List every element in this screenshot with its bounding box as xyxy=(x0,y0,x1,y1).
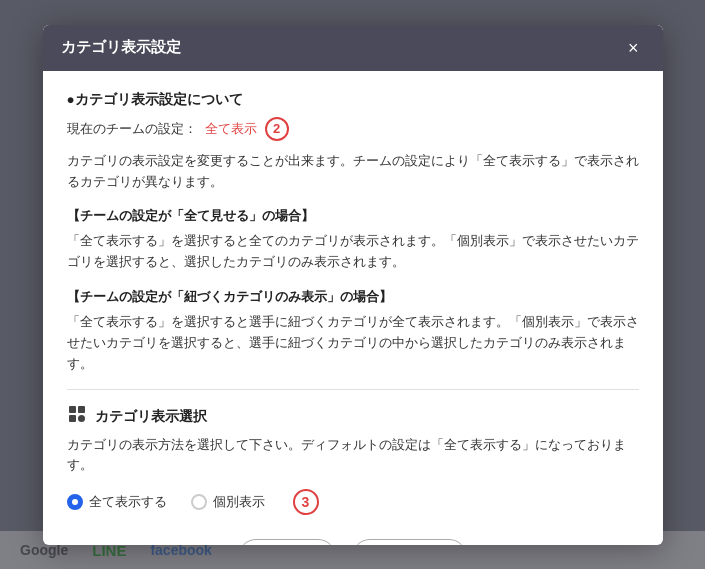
subsection1-title: 【チームの設定が「全て見せる」の場合】 xyxy=(67,207,639,225)
radio-individual-circle xyxy=(191,494,207,510)
modal-title: カテゴリ表示設定 xyxy=(61,38,181,57)
modal-footer: × 閉じる ✓ 設定する xyxy=(67,535,639,544)
svg-rect-0 xyxy=(69,406,76,413)
subsection2-title: 【チームの設定が「紐づくカテゴリのみ表示」の場合】 xyxy=(67,288,639,306)
section-title: ●カテゴリ表示設定について xyxy=(67,91,639,109)
current-setting-row: 現在のチームの設定： 全て表示 2 xyxy=(67,117,639,141)
subsection1-desc: 「全て表示する」を選択すると全てのカテゴリが表示されます。「個別表示」で表示させ… xyxy=(67,231,639,274)
current-setting-link[interactable]: 全て表示 xyxy=(205,120,257,138)
current-setting-label: 現在のチームの設定： xyxy=(67,120,197,138)
modal-header: カテゴリ表示設定 × xyxy=(43,25,663,71)
svg-point-3 xyxy=(78,415,85,422)
modal-overlay: カテゴリ表示設定 × ●カテゴリ表示設定について 現在のチームの設定： 全て表示… xyxy=(0,0,705,569)
subsection2-desc: 「全て表示する」を選択すると選手に紐づくカテゴリが全て表示されます。「個別表示」… xyxy=(67,312,639,376)
close-button[interactable]: × 閉じる xyxy=(238,539,337,544)
modal-dialog: カテゴリ表示設定 × ●カテゴリ表示設定について 現在のチームの設定： 全て表示… xyxy=(43,25,663,545)
radio-individual-option[interactable]: 個別表示 xyxy=(191,493,265,511)
category-select-desc: カテゴリの表示方法を選択して下さい。ディフォルトの設定は「全て表示する」になって… xyxy=(67,435,639,475)
svg-rect-2 xyxy=(69,415,76,422)
category-select-header: カテゴリ表示選択 xyxy=(67,404,639,429)
svg-rect-1 xyxy=(78,406,85,413)
description-text: カテゴリの表示設定を変更することが出来ます。チームの設定により「全て表示する」で… xyxy=(67,151,639,194)
badge-2: 2 xyxy=(265,117,289,141)
radio-all-circle xyxy=(67,494,83,510)
radio-individual-label: 個別表示 xyxy=(213,493,265,511)
modal-body: ●カテゴリ表示設定について 現在のチームの設定： 全て表示 2 カテゴリの表示設… xyxy=(43,71,663,545)
save-button[interactable]: ✓ 設定する xyxy=(352,539,467,544)
radio-all-label: 全て表示する xyxy=(89,493,167,511)
category-select-title: カテゴリ表示選択 xyxy=(95,408,207,426)
radio-all-option[interactable]: 全て表示する xyxy=(67,493,167,511)
badge-3: 3 xyxy=(293,489,319,515)
divider xyxy=(67,389,639,390)
radio-row: 全て表示する 個別表示 3 xyxy=(67,489,639,515)
modal-close-button[interactable]: × xyxy=(622,37,645,59)
category-icon xyxy=(67,404,87,429)
